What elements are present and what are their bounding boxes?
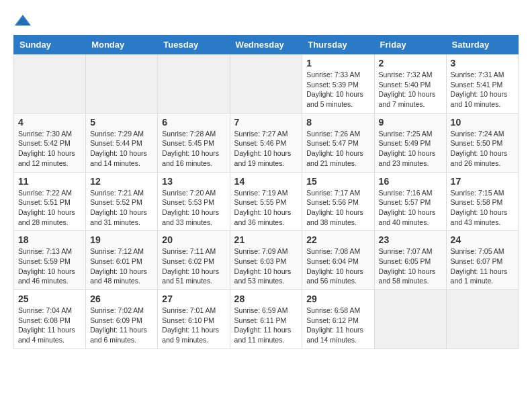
calendar-cell: 9Sunrise: 7:25 AMSunset: 5:49 PMDaylight… [374, 113, 446, 172]
day-number: 14 [234, 176, 298, 187]
week-row-1: 1Sunrise: 7:33 AMSunset: 5:39 PMDaylight… [14, 54, 519, 113]
day-number: 13 [162, 176, 225, 187]
day-number: 22 [306, 234, 369, 245]
day-info: Sunrise: 7:11 AMSunset: 6:02 PMDaylight:… [162, 246, 225, 286]
day-info: Sunrise: 7:30 AMSunset: 5:42 PMDaylight:… [18, 129, 81, 169]
day-info: Sunrise: 7:05 AMSunset: 6:07 PMDaylight:… [451, 246, 514, 286]
day-info: Sunrise: 7:25 AMSunset: 5:49 PMDaylight:… [379, 129, 442, 169]
calendar-cell: 12Sunrise: 7:21 AMSunset: 5:52 PMDayligh… [86, 172, 158, 231]
day-info: Sunrise: 7:32 AMSunset: 5:40 PMDaylight:… [379, 70, 442, 109]
day-number: 8 [306, 117, 369, 128]
calendar-cell: 19Sunrise: 7:12 AMSunset: 6:01 PMDayligh… [86, 231, 158, 290]
day-number: 20 [162, 234, 225, 245]
calendar-cell [374, 290, 446, 349]
day-info: Sunrise: 7:33 AMSunset: 5:39 PMDaylight:… [306, 70, 369, 109]
calendar-cell: 17Sunrise: 7:15 AMSunset: 5:58 PMDayligh… [446, 172, 518, 231]
calendar-cell: 21Sunrise: 7:09 AMSunset: 6:03 PMDayligh… [230, 231, 302, 290]
day-number: 2 [379, 58, 442, 68]
day-number: 23 [379, 234, 442, 245]
day-number: 28 [234, 293, 298, 304]
calendar-cell: 29Sunrise: 6:58 AMSunset: 6:12 PMDayligh… [302, 290, 374, 349]
calendar-cell: 1Sunrise: 7:33 AMSunset: 5:39 PMDaylight… [302, 54, 374, 113]
calendar-cell: 14Sunrise: 7:19 AMSunset: 5:55 PMDayligh… [230, 172, 302, 231]
calendar-cell: 22Sunrise: 7:08 AMSunset: 6:04 PMDayligh… [302, 231, 374, 290]
header-saturday: Saturday [446, 36, 518, 54]
day-number: 1 [306, 58, 369, 68]
header-sunday: Sunday [14, 36, 86, 54]
calendar-cell: 26Sunrise: 7:02 AMSunset: 6:09 PMDayligh… [86, 290, 158, 349]
calendar-cell: 3Sunrise: 7:31 AMSunset: 5:41 PMDaylight… [446, 54, 518, 113]
calendar-cell: 11Sunrise: 7:22 AMSunset: 5:51 PMDayligh… [14, 172, 86, 231]
header [13, 13, 519, 28]
day-number: 21 [234, 234, 298, 245]
calendar-cell: 2Sunrise: 7:32 AMSunset: 5:40 PMDaylight… [374, 54, 446, 113]
day-info: Sunrise: 7:16 AMSunset: 5:57 PMDaylight:… [379, 188, 442, 228]
day-info: Sunrise: 7:15 AMSunset: 5:58 PMDaylight:… [451, 188, 514, 228]
day-info: Sunrise: 7:22 AMSunset: 5:51 PMDaylight:… [18, 188, 81, 228]
calendar-cell [230, 54, 302, 113]
calendar-cell [158, 54, 230, 113]
day-info: Sunrise: 7:26 AMSunset: 5:47 PMDaylight:… [306, 129, 369, 169]
header-thursday: Thursday [302, 36, 374, 54]
logo-icon [13, 13, 32, 28]
header-row: SundayMondayTuesdayWednesdayThursdayFrid… [14, 36, 519, 54]
week-row-4: 18Sunrise: 7:13 AMSunset: 5:59 PMDayligh… [14, 231, 519, 290]
day-number: 27 [162, 293, 225, 304]
day-info: Sunrise: 7:24 AMSunset: 5:50 PMDaylight:… [451, 129, 514, 169]
day-number: 25 [18, 293, 81, 304]
day-info: Sunrise: 6:58 AMSunset: 6:12 PMDaylight:… [306, 306, 369, 345]
day-number: 16 [379, 176, 442, 187]
calendar-cell: 23Sunrise: 7:07 AMSunset: 6:05 PMDayligh… [374, 231, 446, 290]
day-info: Sunrise: 7:20 AMSunset: 5:53 PMDaylight:… [162, 188, 225, 228]
header-friday: Friday [374, 36, 446, 54]
day-number: 26 [90, 293, 153, 304]
day-number: 29 [306, 293, 369, 304]
day-number: 17 [451, 176, 514, 187]
day-number: 5 [90, 117, 153, 128]
day-info: Sunrise: 7:17 AMSunset: 5:56 PMDaylight:… [306, 188, 369, 228]
calendar-cell: 20Sunrise: 7:11 AMSunset: 6:02 PMDayligh… [158, 231, 230, 290]
calendar-cell: 27Sunrise: 7:01 AMSunset: 6:10 PMDayligh… [158, 290, 230, 349]
logo [13, 13, 35, 28]
calendar-cell: 4Sunrise: 7:30 AMSunset: 5:42 PMDaylight… [14, 113, 86, 172]
calendar-cell: 28Sunrise: 6:59 AMSunset: 6:11 PMDayligh… [230, 290, 302, 349]
day-number: 9 [379, 117, 442, 128]
day-number: 18 [18, 234, 81, 245]
week-row-2: 4Sunrise: 7:30 AMSunset: 5:42 PMDaylight… [14, 113, 519, 172]
calendar-cell: 15Sunrise: 7:17 AMSunset: 5:56 PMDayligh… [302, 172, 374, 231]
day-info: Sunrise: 7:12 AMSunset: 6:01 PMDaylight:… [90, 246, 153, 286]
calendar-cell: 5Sunrise: 7:29 AMSunset: 5:44 PMDaylight… [86, 113, 158, 172]
calendar-cell: 6Sunrise: 7:28 AMSunset: 5:45 PMDaylight… [158, 113, 230, 172]
calendar-cell: 18Sunrise: 7:13 AMSunset: 5:59 PMDayligh… [14, 231, 86, 290]
day-number: 7 [234, 117, 298, 128]
calendar-cell [14, 54, 86, 113]
day-number: 10 [451, 117, 514, 128]
week-row-3: 11Sunrise: 7:22 AMSunset: 5:51 PMDayligh… [14, 172, 519, 231]
day-info: Sunrise: 7:08 AMSunset: 6:04 PMDaylight:… [306, 246, 369, 286]
day-number: 4 [18, 117, 81, 128]
day-info: Sunrise: 7:01 AMSunset: 6:10 PMDaylight:… [162, 306, 225, 345]
day-number: 12 [90, 176, 153, 187]
day-info: Sunrise: 7:27 AMSunset: 5:46 PMDaylight:… [234, 129, 298, 169]
day-info: Sunrise: 7:09 AMSunset: 6:03 PMDaylight:… [234, 246, 298, 286]
day-number: 3 [451, 58, 514, 68]
calendar-cell: 24Sunrise: 7:05 AMSunset: 6:07 PMDayligh… [446, 231, 518, 290]
calendar-cell: 7Sunrise: 7:27 AMSunset: 5:46 PMDaylight… [230, 113, 302, 172]
day-info: Sunrise: 7:31 AMSunset: 5:41 PMDaylight:… [451, 70, 514, 109]
day-info: Sunrise: 6:59 AMSunset: 6:11 PMDaylight:… [234, 306, 298, 345]
header-wednesday: Wednesday [230, 36, 302, 54]
day-number: 11 [18, 176, 81, 187]
day-info: Sunrise: 7:21 AMSunset: 5:52 PMDaylight:… [90, 188, 153, 228]
week-row-5: 25Sunrise: 7:04 AMSunset: 6:08 PMDayligh… [14, 290, 519, 349]
calendar-cell [446, 290, 518, 349]
calendar-cell: 13Sunrise: 7:20 AMSunset: 5:53 PMDayligh… [158, 172, 230, 231]
calendar-cell: 10Sunrise: 7:24 AMSunset: 5:50 PMDayligh… [446, 113, 518, 172]
day-number: 15 [306, 176, 369, 187]
day-info: Sunrise: 7:13 AMSunset: 5:59 PMDaylight:… [18, 246, 81, 286]
calendar-table: SundayMondayTuesdayWednesdayThursdayFrid… [13, 35, 519, 349]
day-number: 24 [451, 234, 514, 245]
calendar-cell: 25Sunrise: 7:04 AMSunset: 6:08 PMDayligh… [14, 290, 86, 349]
header-tuesday: Tuesday [158, 36, 230, 54]
day-info: Sunrise: 7:07 AMSunset: 6:05 PMDaylight:… [379, 246, 442, 286]
day-info: Sunrise: 7:28 AMSunset: 5:45 PMDaylight:… [162, 129, 225, 169]
